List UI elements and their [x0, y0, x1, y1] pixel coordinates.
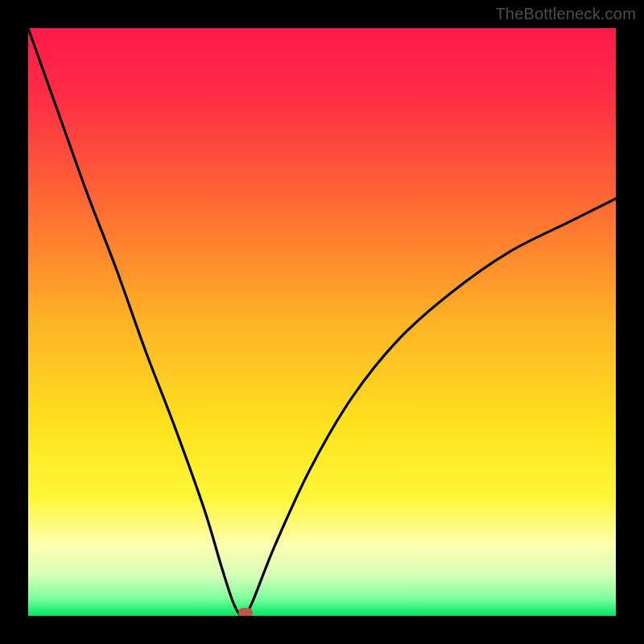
chart-frame: TheBottleneck.com [0, 0, 644, 644]
watermark-text: TheBottleneck.com [495, 5, 636, 23]
optimal-point-marker [238, 608, 253, 616]
bottleneck-curve [28, 28, 616, 616]
plot-area [28, 28, 616, 616]
